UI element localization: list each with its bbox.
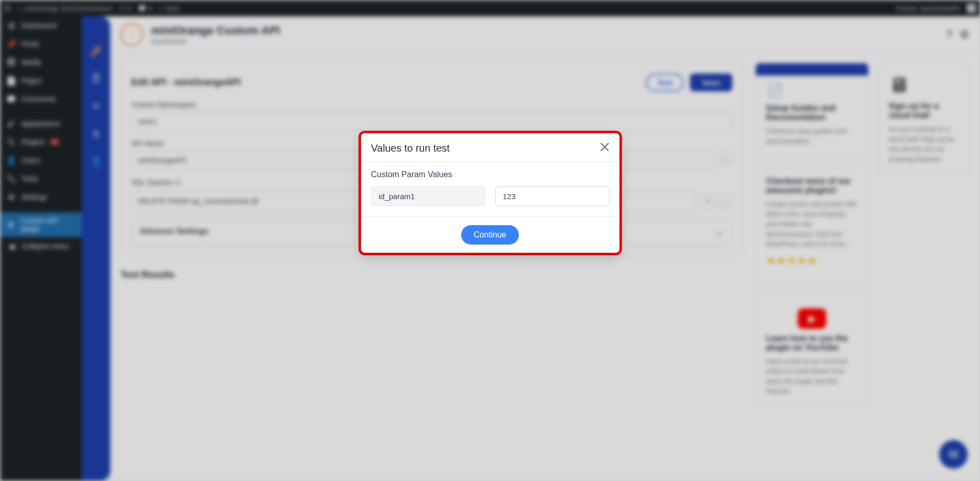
- close-icon: [600, 142, 609, 152]
- close-button[interactable]: [600, 142, 609, 154]
- modal-section-label: Custom Param Values: [371, 170, 609, 179]
- param-value-input[interactable]: [495, 186, 609, 206]
- param-name-field: id_param1: [371, 186, 485, 206]
- test-values-modal: Values to run test Custom Param Values i…: [361, 133, 619, 253]
- modal-overlay: Values to run test Custom Param Values i…: [0, 0, 980, 481]
- continue-button[interactable]: Continue: [461, 225, 518, 245]
- modal-title: Values to run test: [371, 142, 450, 154]
